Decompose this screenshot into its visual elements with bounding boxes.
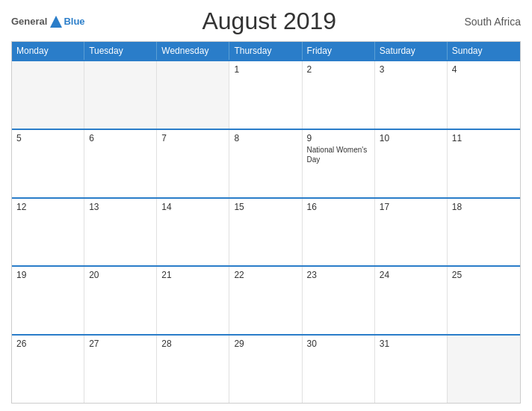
calendar-page: General Blue August 2019 South Africa Mo… [0, 0, 532, 411]
calendar-cell: 18 [448, 199, 520, 266]
calendar-cell: 31 [375, 336, 448, 403]
calendar-cell [448, 336, 520, 403]
day-number: 31 [380, 339, 442, 349]
calendar-cell: 8 [229, 130, 302, 197]
logo: General Blue [11, 14, 85, 29]
header: General Blue August 2019 South Africa [11, 7, 521, 35]
svg-marker-0 [50, 16, 62, 28]
country-label: South Africa [454, 16, 521, 28]
header-wednesday: Wednesday [157, 42, 229, 60]
calendar-grid: Monday Tuesday Wednesday Thursday Friday… [11, 41, 521, 404]
calendar-cell: 25 [448, 267, 520, 334]
calendar-cell: 19 [12, 267, 84, 334]
calendar-week-5: 262728293031 [12, 334, 520, 403]
day-number: 22 [234, 270, 297, 280]
day-number: 2 [307, 64, 370, 75]
calendar-week-2: 56789National Women's Day1011 [12, 129, 520, 197]
calendar-cell: 7 [157, 130, 229, 197]
day-number: 3 [380, 64, 442, 75]
calendar-cell: 27 [84, 336, 157, 403]
calendar-cell: 9National Women's Day [303, 130, 375, 197]
day-number: 26 [16, 339, 79, 349]
calendar-body: 123456789National Women's Day10111213141… [12, 60, 520, 403]
logo-blue-text: Blue [64, 16, 84, 27]
day-number: 16 [307, 202, 370, 212]
day-number: 15 [234, 202, 297, 212]
calendar-title: August 2019 [85, 7, 454, 35]
header-friday: Friday [303, 42, 375, 60]
calendar-cell: 14 [157, 199, 229, 266]
day-number: 27 [89, 339, 152, 349]
calendar-header: Monday Tuesday Wednesday Thursday Friday… [12, 42, 520, 60]
calendar-cell: 26 [12, 336, 84, 403]
calendar-cell: 3 [375, 61, 448, 129]
day-number: 10 [380, 133, 442, 143]
header-tuesday: Tuesday [84, 42, 157, 60]
calendar-cell: 17 [375, 199, 448, 266]
logo-icon [49, 14, 64, 29]
calendar-cell: 30 [303, 336, 375, 403]
header-monday: Monday [12, 42, 84, 60]
calendar-cell: 10 [375, 130, 448, 197]
calendar-cell: 15 [229, 199, 302, 266]
day-number: 28 [161, 339, 224, 349]
calendar-cell: 12 [12, 199, 84, 266]
calendar-cell: 4 [448, 61, 520, 129]
calendar-cell: 16 [303, 199, 375, 266]
calendar-cell [84, 61, 157, 129]
calendar-cell: 11 [448, 130, 520, 197]
day-number: 19 [16, 270, 79, 280]
logo-general-text: General [11, 16, 47, 27]
day-number: 11 [452, 133, 516, 143]
day-number: 20 [89, 270, 152, 280]
day-number: 13 [89, 202, 152, 212]
calendar-cell: 28 [157, 336, 229, 403]
day-number: 5 [16, 133, 79, 143]
day-number: 14 [161, 202, 224, 212]
calendar-week-4: 19202122232425 [12, 265, 520, 334]
day-number: 24 [380, 270, 442, 280]
day-number: 6 [89, 133, 152, 143]
day-number: 8 [234, 133, 297, 143]
calendar-cell: 24 [375, 267, 448, 334]
calendar-cell [12, 61, 84, 129]
header-thursday: Thursday [229, 42, 302, 60]
day-number: 1 [234, 64, 297, 75]
day-number: 12 [16, 202, 79, 212]
calendar-cell: 22 [229, 267, 302, 334]
calendar-cell: 6 [84, 130, 157, 197]
day-number: 30 [307, 339, 370, 349]
calendar-cell: 5 [12, 130, 84, 197]
calendar-cell: 20 [84, 267, 157, 334]
day-number: 29 [234, 339, 297, 349]
day-number: 7 [161, 133, 224, 143]
day-number: 4 [452, 64, 516, 75]
day-number: 17 [380, 202, 442, 212]
header-sunday: Sunday [448, 42, 520, 60]
calendar-cell: 1 [229, 61, 302, 129]
calendar-cell: 21 [157, 267, 229, 334]
calendar-event: National Women's Day [307, 145, 370, 164]
day-number: 21 [161, 270, 224, 280]
calendar-cell [157, 61, 229, 129]
day-number: 9 [307, 133, 370, 143]
calendar-week-3: 12131415161718 [12, 197, 520, 266]
day-number: 23 [307, 270, 370, 280]
day-number: 25 [452, 270, 516, 280]
calendar-cell: 29 [229, 336, 302, 403]
header-saturday: Saturday [375, 42, 448, 60]
day-number: 18 [452, 202, 516, 212]
calendar-cell: 2 [303, 61, 375, 129]
calendar-cell: 13 [84, 199, 157, 266]
calendar-cell: 23 [303, 267, 375, 334]
calendar-week-1: 1234 [12, 60, 520, 129]
